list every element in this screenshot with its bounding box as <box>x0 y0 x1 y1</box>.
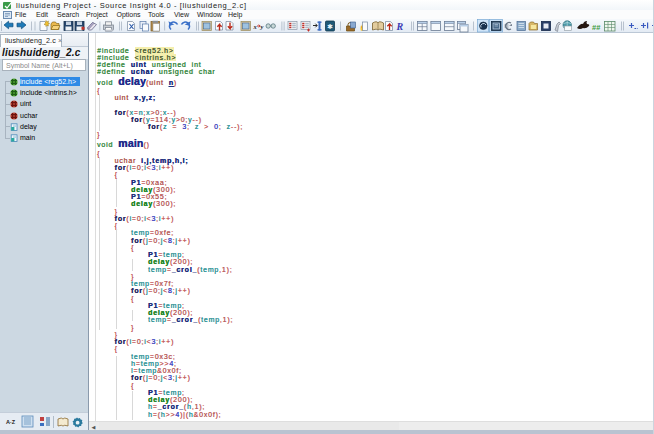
svg-text:##: ## <box>592 23 601 32</box>
svg-text:✱: ✱ <box>327 23 333 30</box>
svg-text:y: y <box>260 23 264 30</box>
svg-text:R: R <box>396 21 404 32</box>
svg-text:A·Z: A·Z <box>6 419 16 425</box>
svg-text:x: x <box>253 23 258 30</box>
